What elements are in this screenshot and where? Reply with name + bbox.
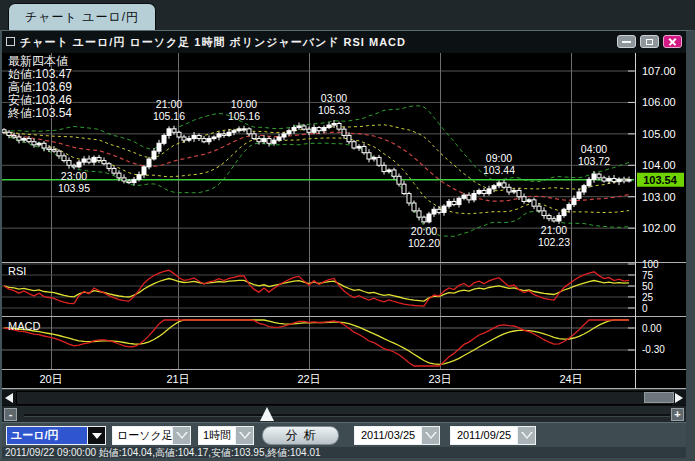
svg-text:103.00: 103.00 <box>642 191 676 203</box>
svg-text:03:00: 03:00 <box>321 92 347 104</box>
svg-text:105.33: 105.33 <box>318 104 350 116</box>
latest-ohlc-panel: 最新四本値 始値:103.47 高値:103.69 安値:103.46 終値:1… <box>8 55 72 120</box>
scroll-right-icon[interactable] <box>675 393 683 403</box>
svg-text:105.00: 105.00 <box>642 128 676 140</box>
pair-value: ユーロ/円 <box>7 427 87 444</box>
svg-text:10:00: 10:00 <box>231 98 257 110</box>
maximize-button[interactable] <box>640 35 659 48</box>
window-title: チャート ユーロ/円 ローソク足 1時間 ボリンジャーバンド RSI MACD <box>20 35 406 50</box>
tab-chart-eurjpy[interactable]: チャート ユーロ/円 <box>8 3 156 30</box>
scrollbar-track[interactable] <box>16 391 672 405</box>
timeframe-select[interactable]: 1時間 <box>198 426 254 445</box>
svg-text:23:00: 23:00 <box>61 170 87 182</box>
scroll-left-icon[interactable] <box>5 393 13 403</box>
date-to-dropdown-button[interactable] <box>517 427 535 444</box>
date-label: 22日 <box>297 373 320 385</box>
svg-text:MACD: MACD <box>8 320 40 332</box>
window-icon <box>6 37 15 46</box>
svg-text:105.16: 105.16 <box>228 110 260 122</box>
svg-text:75: 75 <box>642 270 654 281</box>
date-label: 20日 <box>39 373 62 385</box>
svg-text:102.00: 102.00 <box>642 222 676 234</box>
svg-text:106.00: 106.00 <box>642 96 676 108</box>
chart-area: 最新四本値 始値:103.47 高値:103.69 安値:103.46 終値:1… <box>2 53 686 389</box>
chart-type-select[interactable]: ローソク足 <box>112 426 191 445</box>
scrollbar-thumb[interactable] <box>644 392 674 403</box>
chart-type-value: ローソク足 <box>113 427 172 444</box>
horizontal-scrollbar <box>2 389 686 405</box>
svg-text:102.20: 102.20 <box>408 237 440 249</box>
minimize-icon <box>622 41 631 43</box>
tab-bar: チャート ユーロ/円 <box>0 0 695 30</box>
svg-text:20:00: 20:00 <box>411 225 437 237</box>
svg-text:04:00: 04:00 <box>581 143 607 155</box>
zoom-out-button[interactable]: - <box>4 408 17 421</box>
status-bar: 2011/09/22 09:00:00 始値:104.04,高値:104.17,… <box>2 447 686 458</box>
close-button[interactable] <box>663 35 682 48</box>
svg-text:103.95: 103.95 <box>58 182 90 194</box>
date-label: 23日 <box>428 373 451 385</box>
svg-text:103.54: 103.54 <box>643 174 678 186</box>
date-from-select[interactable]: 2011/03/25 <box>354 426 440 445</box>
date-to-select[interactable]: 2011/09/25 <box>450 426 536 445</box>
chart-type-dropdown-button[interactable] <box>172 427 190 444</box>
svg-text:50: 50 <box>642 281 654 292</box>
svg-text:25: 25 <box>642 292 654 303</box>
status-text: 2011/09/22 09:00:00 始値:104.04,高値:104.17,… <box>5 447 321 458</box>
chart-window: チャート ユーロ/円 ローソク足 1時間 ボリンジャーバンド RSI MACD … <box>0 30 695 461</box>
svg-text:21:00: 21:00 <box>541 224 567 236</box>
svg-text:103.72: 103.72 <box>578 155 610 167</box>
date-to-value: 2011/09/25 <box>451 427 517 444</box>
svg-text:103.44: 103.44 <box>483 164 515 176</box>
minimize-button[interactable] <box>617 35 636 48</box>
svg-text:RSI: RSI <box>8 265 26 277</box>
controls-bar: ユーロ/円 ローソク足 1時間 分析 2011/03/25 2011/09/25 <box>2 422 686 447</box>
slider-thumb[interactable] <box>260 407 274 421</box>
slider-track[interactable] <box>24 414 670 417</box>
svg-text:0: 0 <box>642 303 648 314</box>
application-window: チャート ユーロ/円 チャート ユーロ/円 ローソク足 1時間 ボリンジャーバン… <box>0 0 695 461</box>
timeframe-dropdown-button[interactable] <box>235 427 253 444</box>
price-chart-canvas: 23:00103.9521:00105.1610:00105.1603:0010… <box>2 53 686 389</box>
zoom-in-button[interactable]: + <box>671 408 684 421</box>
ohlc-close: 終値:103.54 <box>8 107 72 120</box>
svg-text:21:00: 21:00 <box>156 98 182 110</box>
svg-text:09:00: 09:00 <box>486 152 512 164</box>
window-title-bar: チャート ユーロ/円 ローソク足 1時間 ボリンジャーバンド RSI MACD <box>2 31 686 53</box>
svg-text:107.00: 107.00 <box>642 65 676 77</box>
timeframe-value: 1時間 <box>199 427 235 444</box>
date-label: 21日 <box>166 373 189 385</box>
svg-text:100: 100 <box>642 259 659 270</box>
maximize-icon <box>646 39 653 45</box>
svg-text:-0.30: -0.30 <box>642 344 665 355</box>
svg-text:102.23: 102.23 <box>538 236 570 248</box>
svg-text:104.00: 104.00 <box>642 159 676 171</box>
svg-text:105.16: 105.16 <box>153 110 185 122</box>
date-from-dropdown-button[interactable] <box>421 427 439 444</box>
chevron-down-icon <box>92 433 102 439</box>
svg-text:0.00: 0.00 <box>642 323 662 334</box>
pair-dropdown-button[interactable] <box>87 427 105 444</box>
window-buttons <box>617 35 682 48</box>
analyze-button[interactable]: 分析 <box>262 426 339 445</box>
pair-select[interactable]: ユーロ/円 <box>6 426 106 445</box>
date-label: 24日 <box>559 373 582 385</box>
date-from-value: 2011/03/25 <box>355 427 421 444</box>
zoom-slider-row: - + <box>2 405 686 422</box>
